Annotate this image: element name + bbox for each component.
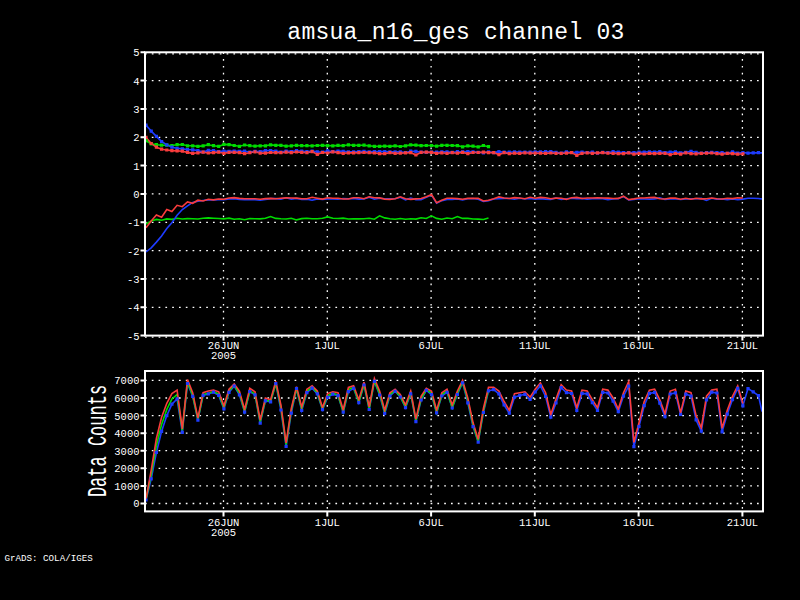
svg-text:4: 4	[133, 76, 139, 88]
svg-text:3: 3	[133, 104, 139, 116]
svg-text:21JUL: 21JUL	[727, 517, 759, 529]
svg-text:1JUL: 1JUL	[315, 517, 340, 529]
svg-text:7000: 7000	[114, 375, 139, 387]
svg-text:-2: -2	[127, 246, 140, 258]
svg-text:5: 5	[133, 47, 139, 59]
svg-text:0: 0	[133, 498, 139, 510]
svg-text:1JUL: 1JUL	[315, 340, 340, 352]
svg-text:0: 0	[133, 189, 139, 201]
svg-text:-4: -4	[127, 302, 140, 314]
svg-text:2005: 2005	[211, 350, 236, 362]
svg-text:6000: 6000	[114, 393, 139, 405]
svg-text:4000: 4000	[114, 428, 139, 440]
svg-text:1000: 1000	[114, 481, 139, 493]
svg-text:2000: 2000	[114, 463, 139, 475]
svg-text:-5: -5	[127, 331, 140, 343]
svg-text:16JUL: 16JUL	[623, 340, 655, 352]
svg-text:6JUL: 6JUL	[418, 340, 443, 352]
svg-text:3000: 3000	[114, 446, 139, 458]
svg-text:Data Counts: Data Counts	[82, 385, 115, 497]
svg-text:amsua_n16_ges channel 03: amsua_n16_ges channel 03	[287, 20, 624, 46]
svg-text:1: 1	[133, 161, 139, 173]
svg-text:21JUL: 21JUL	[727, 340, 759, 352]
svg-text:-3: -3	[127, 274, 140, 286]
svg-text:-1: -1	[127, 217, 140, 229]
svg-text:6JUL: 6JUL	[418, 517, 443, 529]
svg-text:GrADS: COLA/IGES: GrADS: COLA/IGES	[5, 553, 94, 564]
svg-text:16JUL: 16JUL	[623, 517, 655, 529]
svg-text:2: 2	[133, 132, 139, 144]
svg-text:5000: 5000	[114, 411, 139, 423]
svg-text:2005: 2005	[211, 527, 236, 539]
svg-text:11JUL: 11JUL	[519, 340, 551, 352]
svg-text:11JUL: 11JUL	[519, 517, 551, 529]
